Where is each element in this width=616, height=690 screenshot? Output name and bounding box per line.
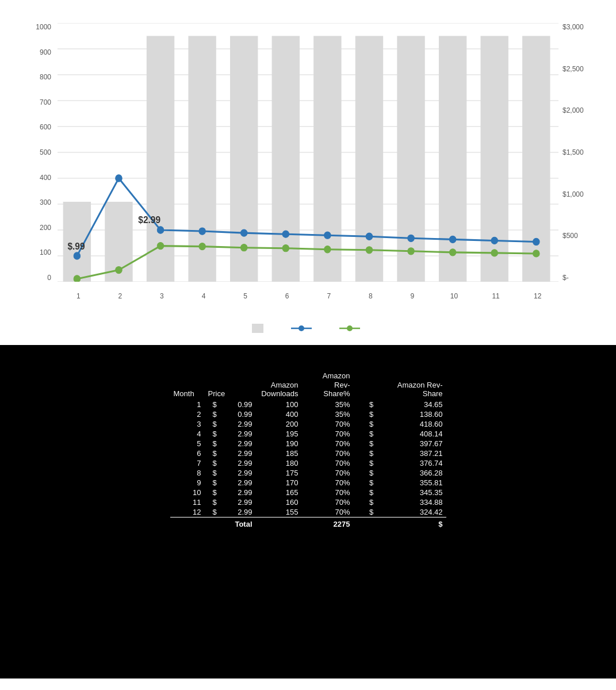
- cell-revpct: 70%: [302, 497, 354, 507]
- legend-blue-icon: [291, 323, 312, 334]
- cell-month: 7: [170, 458, 205, 468]
- x-label-9: 9: [392, 292, 434, 300]
- cell-month: 9: [170, 478, 205, 488]
- y-left-700: 700: [40, 98, 51, 106]
- cell-revpct: 70%: [302, 478, 354, 488]
- cell-month: 6: [170, 448, 205, 458]
- cell-revpct: 70%: [302, 419, 354, 429]
- cell-price: 2.99: [217, 497, 256, 507]
- svg-point-25: [157, 227, 164, 233]
- table-row: 1 $ 0.99 100 35% $ 34.65: [170, 400, 446, 409]
- cell-earn-sym: $: [354, 419, 375, 429]
- price-label-1: $.99: [67, 241, 85, 251]
- svg-point-37: [157, 242, 164, 249]
- legend-green-icon: [339, 323, 360, 334]
- svg-point-31: [408, 235, 415, 241]
- svg-rect-17: [313, 36, 341, 282]
- x-label-5: 5: [224, 292, 266, 300]
- y-right-3000: $3,000: [563, 23, 584, 31]
- price-label-2: $2.99: [138, 214, 160, 224]
- cell-downloads: 155: [256, 507, 302, 518]
- table-row: 8 $ 2.99 175 70% $ 366.28: [170, 468, 446, 478]
- col-month-header: Month: [170, 370, 205, 400]
- cell-downloads: 400: [256, 409, 302, 419]
- cell-downloads: 175: [256, 468, 302, 478]
- cell-earn-sym: $: [354, 448, 375, 458]
- svg-point-35: [74, 275, 81, 282]
- cell-downloads: 180: [256, 458, 302, 468]
- legend-bar-swatch: [252, 324, 263, 333]
- cell-price-sym: $: [205, 419, 217, 429]
- table-row: 4 $ 2.99 195 70% $ 408.14: [170, 429, 446, 439]
- svg-point-24: [116, 175, 123, 182]
- cell-earn-sym: $: [354, 400, 375, 409]
- cell-revpct: 70%: [302, 488, 354, 497]
- cell-downloads: 165: [256, 488, 302, 497]
- cell-price-sym: $: [205, 409, 217, 419]
- total-earn: $: [374, 517, 446, 529]
- svg-point-29: [324, 232, 331, 239]
- cell-earn: 376.74: [374, 458, 446, 468]
- y-right-1500: $1,500: [563, 148, 584, 156]
- y-left-200: 200: [40, 224, 51, 232]
- x-label-6: 6: [266, 292, 308, 300]
- cell-revpct: 70%: [302, 448, 354, 458]
- cell-revpct: 70%: [302, 507, 354, 518]
- svg-point-44: [449, 249, 456, 256]
- svg-point-26: [199, 228, 206, 235]
- cell-downloads: 190: [256, 439, 302, 448]
- cell-revpct: 35%: [302, 400, 354, 409]
- y-right-2500: $2,500: [563, 65, 584, 73]
- col-revpct-header: Amazon Rev-Share%: [302, 370, 354, 400]
- table-section: Month Price AmazonDownloads Amazon Rev-S…: [0, 345, 616, 678]
- cell-month: 4: [170, 429, 205, 439]
- cell-earn: 345.35: [374, 488, 446, 497]
- cell-price: 2.99: [217, 488, 256, 497]
- svg-point-41: [324, 246, 331, 253]
- col-price-header: Price: [205, 370, 256, 400]
- total-label: [170, 517, 217, 529]
- cell-downloads: 200: [256, 419, 302, 429]
- cell-price-sym: $: [205, 448, 217, 458]
- legend-green: [339, 323, 365, 334]
- cell-earn-sym: $: [354, 429, 375, 439]
- x-label-2: 2: [100, 292, 141, 300]
- svg-rect-19: [397, 36, 424, 282]
- cell-price: 0.99: [217, 400, 256, 409]
- cell-month: 2: [170, 409, 205, 419]
- cell-price: 2.99: [217, 468, 256, 478]
- svg-point-40: [282, 245, 289, 252]
- total-downloads: [256, 517, 302, 529]
- table-header-row: Month Price AmazonDownloads Amazon Rev-S…: [170, 370, 446, 400]
- cell-price-sym: $: [205, 439, 217, 448]
- y-left-100: 100: [40, 248, 51, 256]
- svg-point-43: [408, 248, 415, 255]
- cell-earn: 418.60: [374, 419, 446, 429]
- cell-revpct: 70%: [302, 468, 354, 478]
- cell-price: 2.99: [217, 478, 256, 488]
- cell-month: 5: [170, 439, 205, 448]
- cell-month: 8: [170, 468, 205, 478]
- cell-price-sym: $: [205, 507, 217, 518]
- x-label-1: 1: [58, 292, 100, 300]
- cell-earn: 366.28: [374, 468, 446, 478]
- x-axis-labels: 1 2 3 4 5 6 7 8 9 10 11 12: [58, 292, 558, 300]
- svg-point-42: [366, 247, 373, 254]
- cell-earn: 138.60: [374, 409, 446, 419]
- table-row: 6 $ 2.99 185 70% $ 387.21: [170, 448, 446, 458]
- y-left-600: 600: [40, 123, 51, 131]
- svg-point-50: [347, 325, 353, 331]
- svg-rect-18: [355, 36, 383, 282]
- y-left-500: 500: [40, 148, 51, 156]
- cell-price: 2.99: [217, 419, 256, 429]
- y-right-title-container: [584, 17, 594, 282]
- chart-legend: [23, 323, 593, 334]
- cell-earn: 408.14: [374, 429, 446, 439]
- cell-month: 3: [170, 419, 205, 429]
- col-downloads-header: AmazonDownloads: [256, 370, 302, 400]
- svg-point-28: [282, 231, 289, 237]
- svg-rect-21: [481, 36, 508, 282]
- cell-earn: 397.67: [374, 439, 446, 448]
- y-left-title-container: [23, 17, 33, 282]
- total-earn-sym: [354, 517, 375, 529]
